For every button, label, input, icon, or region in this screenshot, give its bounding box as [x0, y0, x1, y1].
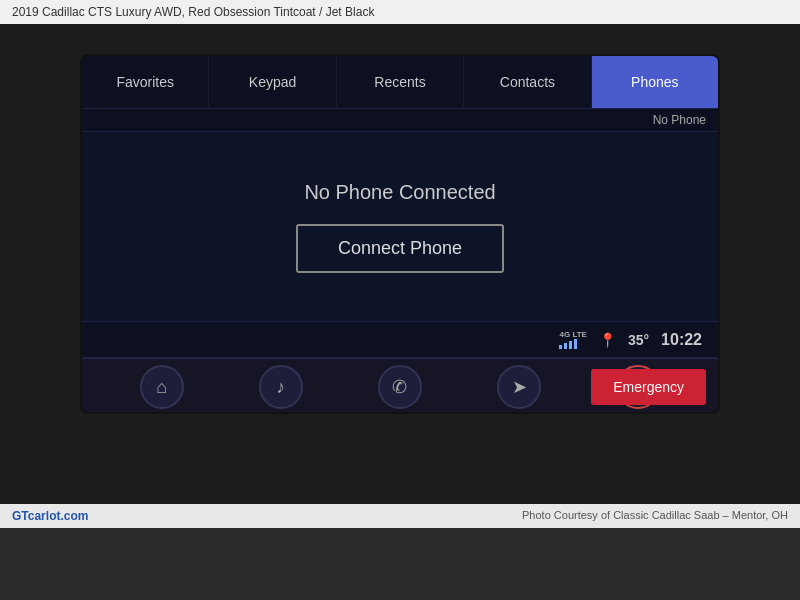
car-title: 2019 Cadillac CTS Luxury AWD, Red Obsess…: [12, 5, 374, 19]
photo-frame: 2019 Cadillac CTS Luxury AWD, Red Obsess…: [0, 0, 800, 600]
car-context: Favorites Keypad Recents Contacts Phones…: [0, 24, 800, 504]
screen-content: No Phone Connected Connect Phone: [82, 132, 718, 321]
no-phone-connected-text: No Phone Connected: [304, 181, 495, 204]
signal-bar-2: [564, 343, 567, 349]
temperature-display: 35°: [628, 332, 649, 348]
nav-phone-button[interactable]: ✆: [378, 365, 422, 409]
tab-favorites[interactable]: Favorites: [82, 56, 209, 108]
no-phone-status: No Phone: [653, 113, 706, 127]
nav-music-button[interactable]: ♪: [259, 365, 303, 409]
lte-text: 4G LTE: [559, 330, 586, 339]
top-bar: 2019 Cadillac CTS Luxury AWD, Red Obsess…: [0, 0, 800, 24]
phone-icon: ✆: [392, 376, 407, 398]
tab-recents[interactable]: Recents: [337, 56, 464, 108]
gtcarlot-logo: GTcarlot.com: [12, 509, 88, 523]
lte-signal-group: 4G LTE: [559, 330, 586, 349]
sub-header: No Phone: [82, 108, 718, 132]
signal-bar-4: [574, 339, 577, 349]
tabs-row: Favorites Keypad Recents Contacts Phones: [82, 56, 718, 108]
lte-signal: 4G LTE: [559, 330, 586, 349]
signal-bar-3: [569, 341, 572, 349]
tab-phones[interactable]: Phones: [592, 56, 718, 108]
infotainment-screen: Favorites Keypad Recents Contacts Phones…: [80, 54, 720, 414]
tab-keypad[interactable]: Keypad: [209, 56, 336, 108]
navigation-icon: ➤: [512, 376, 527, 398]
connect-phone-button[interactable]: Connect Phone: [296, 224, 504, 273]
music-icon: ♪: [276, 377, 285, 398]
signal-bars: [559, 339, 577, 349]
tab-contacts[interactable]: Contacts: [464, 56, 591, 108]
nav-navigation-button[interactable]: ➤: [497, 365, 541, 409]
signal-bar-1: [559, 345, 562, 349]
status-bar: 4G LTE 📍 35° 10:22: [82, 321, 718, 357]
screen-main: No Phone Connected Connect Phone Emergen…: [82, 132, 718, 414]
location-icon: 📍: [599, 332, 616, 348]
emergency-button[interactable]: Emergency: [591, 369, 706, 405]
time-display: 10:22: [661, 331, 702, 349]
home-icon: ⌂: [156, 377, 167, 398]
bottom-caption: GTcarlot.com Photo Courtesy of Classic C…: [0, 504, 800, 528]
nav-home-button[interactable]: ⌂: [140, 365, 184, 409]
photo-credit: Photo Courtesy of Classic Cadillac Saab …: [522, 509, 788, 523]
